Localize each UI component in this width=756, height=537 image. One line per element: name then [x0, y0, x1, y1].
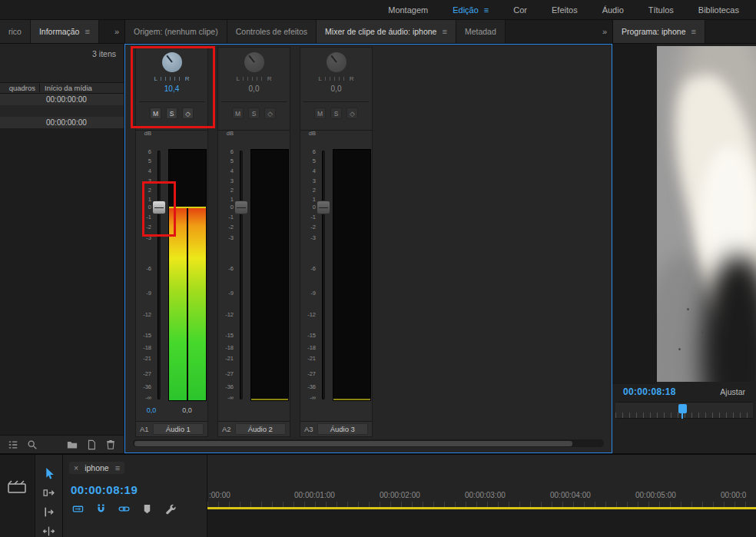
tab-programa-iphone[interactable]: Programa: iphone≡	[613, 20, 705, 43]
ruler-time-label: :00:00	[209, 491, 230, 499]
pan-slider[interactable]	[243, 77, 264, 81]
scrollbar-handle[interactable]	[134, 441, 572, 446]
db-scale-label: 4	[300, 168, 316, 174]
list-view-icon[interactable]	[8, 439, 18, 450]
linked-selection-icon[interactable]	[118, 503, 130, 515]
clapperboard-icon[interactable]	[8, 479, 26, 493]
panel-menu-icon[interactable]: ≡	[85, 27, 89, 36]
db-scale-label: 0	[136, 204, 151, 210]
slip-tool-icon[interactable]	[42, 525, 55, 537]
pan-left-label: L	[236, 75, 239, 82]
workspace-menu-icon[interactable]: ≡	[484, 5, 489, 15]
pan-knob[interactable]	[327, 52, 346, 72]
fit-zoom-dropdown[interactable]: Ajustar	[720, 387, 745, 396]
pan-value[interactable]: 10,4	[136, 85, 207, 93]
new-bin-folder-icon[interactable]	[67, 439, 78, 450]
ripple-edit-tool-icon[interactable]	[42, 506, 55, 519]
timeline-header: × iphone ≡ 00:00:08:19	[63, 455, 207, 537]
project-panel: 3 itens quadros Início da mídia 00:00:00…	[0, 44, 124, 453]
mixer-horizontal-scrollbar[interactable]	[133, 439, 604, 447]
ruler-time-label: 00:00:01:00	[294, 491, 335, 499]
timeline-settings-wrench-icon[interactable]	[164, 503, 176, 515]
delete-trash-icon[interactable]	[105, 439, 116, 450]
new-item-icon[interactable]	[86, 439, 97, 450]
premiere-app-window: MontagemEdição≡CorEfeitosÁudioTítulosBib…	[0, 0, 756, 537]
workspace-item-efeitos[interactable]: Efeitos	[552, 5, 578, 15]
db-scale-label: 5	[218, 158, 234, 164]
strip-values-row: 0,00,0	[136, 404, 207, 416]
pan-knob[interactable]	[162, 52, 182, 72]
db-scale-label: -3	[218, 235, 234, 241]
panel-menu-icon[interactable]: ≡	[442, 27, 446, 36]
keyframe-button[interactable]: ◇	[264, 108, 276, 119]
solo-button[interactable]: S	[248, 108, 260, 119]
workspace-item-montagem[interactable]: Montagem	[388, 5, 428, 15]
pan-knob[interactable]	[244, 52, 264, 72]
tab-rico[interactable]: rico	[0, 20, 31, 43]
timeline-timecode[interactable]: 00:00:08:19	[71, 483, 138, 496]
snap-magnet-icon[interactable]	[95, 503, 107, 515]
db-scale-label: -36	[300, 384, 316, 390]
timeline-ruler[interactable]: :00:0000:00:01:0000:00:02:0000:00:03:000…	[207, 455, 756, 507]
pan-value[interactable]: 0,0	[218, 85, 290, 93]
mute-button[interactable]: M	[150, 108, 161, 119]
panel-menu-icon[interactable]: ≡	[115, 463, 120, 472]
tab-mixer-de-clipe-de-audio-iphone[interactable]: Mixer de clipe de áudio: iphone≡	[317, 20, 456, 43]
close-icon[interactable]: ×	[74, 463, 78, 472]
tab-controles-de-efeitos[interactable]: Controles de efeitos	[227, 20, 317, 43]
db-scale-label: 2	[300, 187, 316, 194]
table-row[interactable]: 00:00:00:00	[0, 94, 124, 105]
program-playhead-marker[interactable]	[678, 404, 687, 413]
workspace-item-cor[interactable]: Cor	[513, 5, 527, 15]
project-toolbar	[0, 435, 124, 453]
program-monitor-video[interactable]	[657, 46, 756, 382]
tab-origem-nenhum-clipe[interactable]: Origem: (nenhum clipe)	[125, 20, 227, 43]
video-speck	[687, 308, 689, 310]
program-monitor-panel: 00:00:08:18 Ajustar	[612, 44, 756, 453]
table-row[interactable]	[0, 105, 124, 117]
track-name-button[interactable]: Áudio 1	[153, 423, 204, 435]
mute-button[interactable]: M	[314, 108, 326, 119]
db-scale-label: 5	[136, 158, 151, 164]
pan-slider[interactable]	[325, 77, 346, 81]
tab-overflow-chevron[interactable]: »	[597, 20, 612, 43]
track-name-button[interactable]: Áudio 2	[235, 423, 286, 435]
add-marker-icon[interactable]	[141, 503, 153, 515]
timeline-tracks-area[interactable]	[207, 509, 756, 537]
volume-fader-handle[interactable]	[234, 201, 248, 214]
workspace-item-edicao[interactable]: Edição≡	[453, 5, 489, 15]
keyframe-button[interactable]: ◇	[182, 108, 194, 119]
timeline-tab-iphone[interactable]: × iphone ≡	[69, 462, 124, 474]
program-timecode[interactable]: 00:00:08:18	[623, 386, 676, 397]
db-scale-label: 3	[136, 178, 151, 184]
mute-button[interactable]: M	[232, 108, 244, 119]
fader-track	[240, 151, 243, 399]
strip-body: dB6543210-1-2-3-6-9-12-15-18-21-27-36-∞	[136, 131, 207, 403]
selection-tool-icon[interactable]	[42, 467, 55, 480]
pan-slider[interactable]	[161, 77, 182, 81]
db-scale-label: -21	[136, 356, 151, 362]
column-header-media-start[interactable]: Início da mídia	[40, 84, 124, 92]
program-mini-timeline[interactable]	[615, 402, 753, 419]
pan-value[interactable]: 0,0	[300, 85, 372, 93]
db-scale-label: 0	[218, 204, 234, 210]
column-header-quadros[interactable]: quadros	[0, 84, 40, 92]
volume-fader-handle[interactable]	[152, 201, 166, 214]
search-icon[interactable]	[27, 439, 38, 450]
solo-button[interactable]: S	[166, 108, 177, 119]
workspace-item-bibliotecas[interactable]: Bibliotecas	[698, 5, 739, 15]
tab-metadad[interactable]: Metadad	[456, 20, 506, 43]
workspace-item-audio[interactable]: Áudio	[602, 5, 624, 15]
workspace-item-titulos[interactable]: Títulos	[648, 5, 674, 15]
volume-fader-handle[interactable]	[317, 201, 330, 214]
strip-header: LR10,4MS◇	[136, 48, 207, 131]
track-select-tool-icon[interactable]	[42, 486, 55, 499]
panel-menu-icon[interactable]: ≡	[691, 27, 695, 36]
table-row[interactable]: 00:00:00:00	[0, 117, 124, 128]
keyframe-button[interactable]: ◇	[346, 108, 358, 119]
tab-overflow-chevron[interactable]: »	[109, 20, 124, 43]
tab-informacao[interactable]: Informação≡	[31, 20, 99, 43]
solo-button[interactable]: S	[330, 108, 342, 119]
nest-sequence-icon[interactable]	[72, 503, 84, 515]
track-name-button[interactable]: Áudio 3	[317, 423, 368, 435]
